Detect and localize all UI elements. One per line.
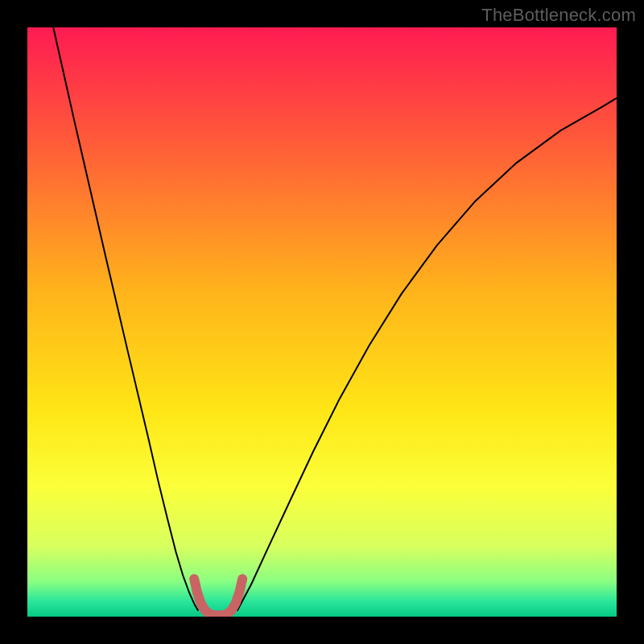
chart-frame: TheBottleneck.com [0, 0, 644, 644]
watermark-text: TheBottleneck.com [481, 5, 636, 26]
chart-plot-area [27, 27, 617, 617]
chart-svg [27, 27, 617, 617]
gradient-background [27, 27, 617, 617]
